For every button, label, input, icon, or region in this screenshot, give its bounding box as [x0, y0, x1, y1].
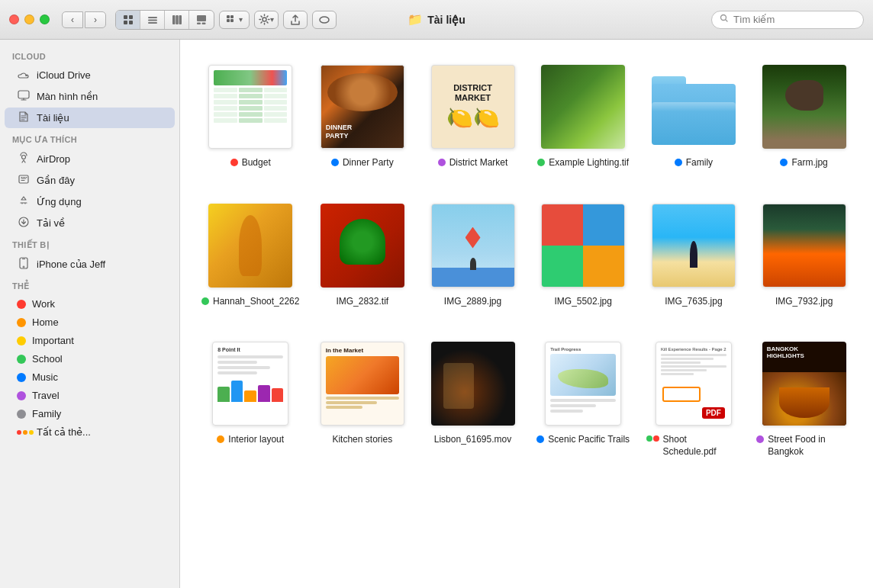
sidebar-tag-school[interactable]: School — [5, 350, 175, 368]
minimize-button[interactable] — [24, 14, 34, 24]
file-item-img_2889[interactable]: IMG_2889.jpg — [422, 194, 523, 314]
file-label-img_7635: IMG_7635.jpg — [665, 296, 722, 308]
view-columns-button[interactable] — [165, 11, 189, 29]
file-item-interior_layout[interactable]: 8 Point It Interior layout — [198, 332, 302, 464]
file-dot-budget — [230, 159, 238, 166]
tags-section-label: Thẻ — [0, 275, 179, 294]
sidebar-item-downloads[interactable]: Tải về — [5, 213, 175, 233]
sidebar-item-recents[interactable]: Gần đây — [5, 170, 175, 191]
sidebar-item-desktop[interactable]: Màn hình nền — [5, 86, 175, 107]
svg-rect-1 — [129, 15, 133, 19]
tag-dot-important — [17, 336, 26, 345]
sidebar-tag-family[interactable]: Family — [5, 405, 175, 423]
file-dot-district_market — [438, 159, 446, 166]
iphone-icon — [17, 257, 31, 272]
svg-rect-4 — [148, 17, 157, 18]
file-name-img_2889: IMG_2889.jpg — [444, 296, 501, 308]
file-label-img_7932: IMG_7932.jpg — [775, 296, 833, 308]
file-thumb-scenic_pacific: Trail Progress — [537, 338, 629, 429]
tag-dot-home — [17, 318, 26, 327]
tag-all-dots — [17, 430, 31, 435]
documents-icon — [17, 111, 31, 125]
file-label-dinner_party: Dinner Party — [331, 157, 394, 169]
file-item-scenic_pacific[interactable]: Trail Progress Scenic Pacific Trails — [533, 332, 634, 464]
forward-button[interactable]: › — [85, 11, 106, 28]
airdrop-label: AirDrop — [37, 153, 70, 165]
svg-rect-9 — [179, 15, 182, 24]
file-item-dinner_party[interactable]: DINNERPARTYDinner Party — [311, 55, 413, 175]
sidebar-tag-music[interactable]: Music — [5, 368, 175, 386]
file-item-example_lighting[interactable]: Example Lighting.tif — [533, 55, 634, 175]
sidebar-item-icloud-drive[interactable]: iCloud Drive — [5, 65, 175, 85]
file-name-district_market: District Market — [449, 157, 508, 169]
svg-rect-22 — [19, 175, 28, 183]
close-button[interactable] — [9, 14, 19, 24]
file-name-img_7635: IMG_7635.jpg — [665, 296, 722, 308]
tag-dot-travel — [17, 391, 26, 400]
window-folder-icon: 📁 — [408, 12, 423, 27]
sidebar-tag-travel[interactable]: Travel — [5, 387, 175, 404]
search-icon — [720, 14, 729, 25]
sidebar-tag-work[interactable]: Work — [5, 295, 175, 313]
content-area: BudgetDINNERPARTYDinner PartyDISTRICTMAR… — [180, 40, 873, 588]
sidebar-item-documents[interactable]: Tài liệu — [5, 108, 175, 128]
file-label-district_market: District Market — [438, 157, 508, 169]
sidebar-tag-important[interactable]: Important — [5, 332, 175, 349]
sidebar-item-iphone[interactable]: iPhone của Jeff — [5, 254, 175, 275]
file-item-img_2832[interactable]: IMG_2832.tif — [311, 194, 413, 314]
file-item-street_food[interactable]: BANGKOKHIGHLIGHTSStreet Food in Bangkok — [753, 332, 855, 464]
settings-button[interactable]: ▾ — [254, 11, 279, 29]
svg-rect-7 — [172, 15, 176, 24]
file-thumb-img_2889 — [427, 200, 519, 291]
file-item-kitchen_stories[interactable]: In the Market Kitchen stories — [311, 332, 413, 464]
file-item-shoot_schedule[interactable]: Kill Experience Results - Page 2 PDF Sho… — [643, 332, 745, 464]
file-item-budget[interactable]: Budget — [198, 55, 302, 175]
file-name-img_7932: IMG_7932.jpg — [775, 296, 833, 308]
file-dot-family_folder — [675, 159, 682, 166]
share-button[interactable] — [283, 11, 308, 29]
svg-rect-10 — [197, 15, 206, 21]
sidebar-tag-all[interactable]: Tất cả thẻ... — [5, 423, 175, 441]
file-name-farm_jpg: Farm.jpg — [791, 157, 827, 169]
svg-point-18 — [320, 17, 329, 23]
group-button[interactable]: ▾ — [219, 11, 250, 29]
view-cover-button[interactable] — [189, 11, 214, 29]
file-name-scenic_pacific: Scenic Pacific Trails — [548, 434, 630, 446]
view-list-button[interactable] — [140, 11, 165, 29]
file-item-family_folder[interactable]: Family — [643, 55, 745, 175]
file-dot-street_food — [756, 435, 764, 443]
file-name-budget: Budget — [242, 157, 271, 169]
sidebar-item-apps[interactable]: Ứng dụng — [5, 191, 175, 212]
search-input[interactable] — [733, 14, 848, 25]
tag-dot-family — [17, 410, 26, 419]
sidebar-item-airdrop[interactable]: AirDrop — [5, 149, 175, 169]
tag-button[interactable] — [312, 11, 337, 29]
file-item-hannah_shoot[interactable]: Hannah_Shoot_2262 — [198, 194, 302, 314]
file-dot-example_lighting — [537, 159, 545, 166]
file-dot-farm_jpg — [780, 159, 788, 166]
tag-label-school: School — [32, 353, 63, 365]
file-item-lisbon_mov[interactable]: Lisbon_61695.mov — [422, 332, 523, 464]
svg-rect-13 — [227, 15, 230, 18]
back-button[interactable]: ‹ — [62, 11, 83, 28]
file-item-district_market[interactable]: DISTRICTMARKET🍋🍋District Market — [422, 55, 523, 175]
file-multi-dot-shoot_schedule — [646, 435, 659, 442]
file-name-img_2832: IMG_2832.tif — [336, 296, 388, 308]
sidebar-tag-home[interactable]: Home — [5, 313, 175, 331]
file-label-interior_layout: Interior layout — [217, 434, 284, 446]
devices-section-label: Thiết bị — [0, 234, 179, 253]
file-label-budget: Budget — [230, 157, 271, 169]
view-grid-button[interactable] — [116, 11, 140, 29]
file-item-farm_jpg[interactable]: Farm.jpg — [753, 55, 855, 175]
maximize-button[interactable] — [40, 14, 50, 24]
file-item-img_7932[interactable]: IMG_7932.jpg — [753, 194, 855, 314]
svg-rect-6 — [148, 22, 157, 24]
tag-label-home: Home — [32, 316, 59, 328]
file-thumb-shoot_schedule: Kill Experience Results - Page 2 PDF — [648, 338, 739, 429]
search-box[interactable] — [711, 11, 864, 29]
window-title: 📁 Tài liệu — [408, 12, 465, 27]
file-item-img_7635[interactable]: IMG_7635.jpg — [643, 194, 745, 314]
file-thumb-example_lighting — [537, 61, 629, 153]
sidebar: iCloud iCloud Drive Màn hình nền — [0, 40, 180, 588]
file-item-img_5502[interactable]: IMG_5502.jpg — [533, 194, 634, 314]
